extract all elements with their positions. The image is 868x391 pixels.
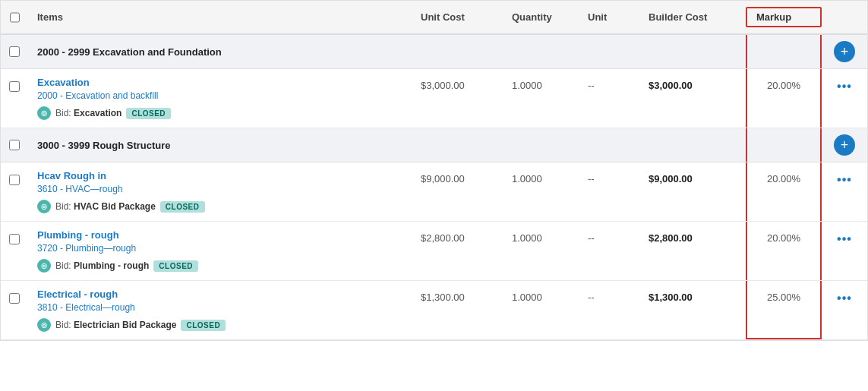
markup-value: 20.00% [746, 162, 822, 221]
item-checkbox [1, 69, 28, 128]
items-table: Items Unit Cost Quantity Unit Builder Co… [0, 0, 868, 341]
unit-cost-value: $3,000.00 [412, 69, 503, 128]
bid-icon: ◎ [37, 200, 51, 213]
builder-cost-value: $2,800.00 [639, 222, 746, 280]
builder-cost-value: $3,000.00 [639, 69, 746, 128]
section-2-add-button[interactable]: + [834, 134, 855, 156]
unit-cost-value: $2,800.00 [412, 222, 503, 280]
item-1-2-checkbox[interactable] [9, 293, 20, 304]
actions-col: ••• [822, 69, 867, 128]
bid-label: Bid: Excavation [55, 108, 122, 118]
item-subtitle[interactable]: 2000 - Excavation and backfill [37, 90, 402, 101]
unit-value: -- [579, 69, 639, 128]
item-actions-button[interactable]: ••• [837, 80, 852, 93]
section-2-add-action[interactable]: + [822, 128, 867, 162]
header-items-col: Items [28, 7, 412, 27]
section-1-markup-empty [746, 35, 822, 68]
quantity-value: 1.0000 [503, 281, 579, 339]
item-badge-row: ◎ Bid: HVAC Bid Package CLOSED [37, 200, 402, 213]
item-0-0-checkbox[interactable] [9, 81, 20, 92]
item-actions-button[interactable]: ••• [837, 232, 852, 246]
item-subtitle[interactable]: 3720 - Plumbing—rough [37, 243, 402, 254]
header-unit-cost-col: Unit Cost [412, 7, 503, 27]
bid-icon: ◎ [37, 106, 51, 120]
unit-value: -- [579, 162, 639, 221]
item-title[interactable]: Electrical - rough [37, 289, 402, 300]
item-badge-row: ◎ Bid: Excavation CLOSED [37, 106, 402, 120]
markup-value: 25.00% [746, 281, 822, 339]
item-content: Excavation 2000 - Excavation and backfil… [28, 69, 412, 128]
bid-icon: ◎ [37, 318, 51, 332]
header-checkbox[interactable] [10, 12, 20, 23]
builder-cost-value: $1,300.00 [639, 281, 746, 339]
section-1-checkbox[interactable] [9, 46, 20, 57]
badge-closed: CLOSED [153, 260, 198, 272]
table-row: Hcav Rough in 3610 - HVAC—rough ◎ Bid: H… [1, 162, 867, 222]
quantity-value: 1.0000 [503, 69, 579, 128]
unit-cost-value: $9,000.00 [412, 162, 503, 221]
item-1-0-checkbox[interactable] [9, 175, 20, 185]
item-actions-button[interactable]: ••• [837, 173, 852, 187]
section-1-add-action[interactable]: + [822, 35, 867, 68]
header-unit-col: Unit [579, 7, 639, 27]
markup-value: 20.00% [746, 222, 822, 280]
badge-closed: CLOSED [126, 108, 171, 119]
item-badge-row: ◎ Bid: Electrician Bid Package CLOSED [37, 318, 402, 332]
section-1-add-button[interactable]: + [834, 41, 855, 62]
section-1-label: 2000 - 2999 Excavation and Foundation [28, 35, 746, 68]
quantity-value: 1.0000 [503, 222, 579, 280]
header-quantity-col: Quantity [503, 7, 579, 27]
section-2-label: 3000 - 3999 Rough Structure [28, 128, 746, 162]
unit-cost-value: $1,300.00 [412, 281, 503, 339]
section-2-markup-empty [746, 128, 822, 162]
item-content: Hcav Rough in 3610 - HVAC—rough ◎ Bid: H… [28, 162, 412, 221]
markup-value: 20.00% [746, 69, 822, 128]
item-subtitle[interactable]: 3610 - HVAC—rough [37, 184, 402, 194]
section-checkbox-2 [1, 128, 28, 162]
table-row: Electrical - rough 3810 - Electrical—rou… [1, 281, 867, 340]
badge-closed: CLOSED [160, 201, 205, 213]
bid-label: Bid: HVAC Bid Package [55, 201, 156, 212]
item-checkbox [1, 222, 28, 280]
table-row: Excavation 2000 - Excavation and backfil… [1, 69, 867, 128]
table-header: Items Unit Cost Quantity Unit Builder Co… [1, 1, 867, 35]
header-builder-cost-col: Builder Cost [639, 7, 746, 27]
item-title[interactable]: Hcav Rough in [37, 170, 402, 181]
header-markup-col: Markup [746, 7, 822, 27]
item-checkbox [1, 281, 28, 339]
section-row-2: 3000 - 3999 Rough Structure + [1, 128, 867, 162]
bid-icon: ◎ [37, 259, 51, 273]
table-row: Plumbing - rough 3720 - Plumbing—rough ◎… [1, 222, 867, 281]
bid-label: Bid: Plumbing - rough [55, 260, 149, 271]
quantity-value: 1.0000 [503, 162, 579, 221]
builder-cost-value: $9,000.00 [639, 162, 746, 221]
item-checkbox [1, 162, 28, 221]
section-checkbox-1 [1, 35, 28, 68]
unit-value: -- [579, 281, 639, 339]
actions-col: ••• [822, 162, 867, 221]
actions-col: ••• [822, 222, 867, 280]
item-1-1-checkbox[interactable] [9, 234, 20, 244]
item-badge-row: ◎ Bid: Plumbing - rough CLOSED [37, 259, 402, 273]
item-content: Electrical - rough 3810 - Electrical—rou… [28, 281, 412, 339]
section-2-checkbox[interactable] [9, 140, 20, 150]
item-subtitle[interactable]: 3810 - Electrical—rough [37, 302, 402, 313]
header-actions-col [822, 7, 867, 27]
bid-label: Bid: Electrician Bid Package [55, 320, 176, 330]
item-title[interactable]: Excavation [37, 77, 402, 88]
section-row-1: 2000 - 2999 Excavation and Foundation + [1, 35, 867, 69]
header-checkbox-col [1, 7, 28, 27]
item-title[interactable]: Plumbing - rough [37, 229, 402, 241]
actions-col: ••• [822, 281, 867, 339]
item-content: Plumbing - rough 3720 - Plumbing—rough ◎… [28, 222, 412, 280]
unit-value: -- [579, 222, 639, 280]
item-actions-button[interactable]: ••• [837, 292, 852, 305]
badge-closed: CLOSED [181, 320, 226, 331]
